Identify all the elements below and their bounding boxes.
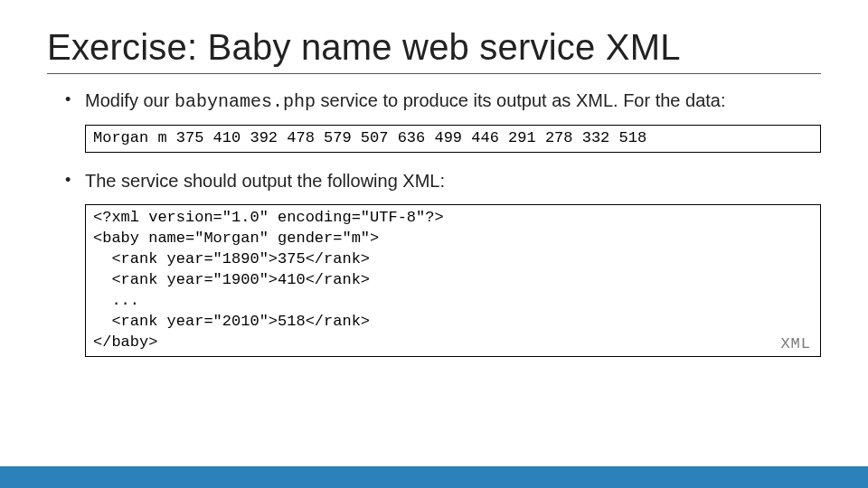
footer-accent-bar [0, 466, 868, 488]
slide: Exercise: Baby name web service XML Modi… [0, 0, 868, 488]
bullet1-post: service to produce its output as XML. Fo… [316, 90, 726, 110]
title-underline [47, 73, 821, 74]
bullet-item-2: The service should output the following … [85, 171, 821, 192]
bullet-item-1: Modify our babynames.php service to prod… [85, 90, 821, 112]
bullet-list-2: The service should output the following … [47, 171, 821, 192]
code-box-xml: <?xml version="1.0" encoding="UTF-8"?> <… [85, 204, 821, 357]
bullet1-mono: babynames.php [175, 91, 316, 112]
code-data-content: Morgan m 375 410 392 478 579 507 636 499… [93, 128, 813, 149]
code-box-data: Morgan m 375 410 392 478 579 507 636 499… [85, 125, 821, 153]
xml-label: XML [780, 335, 811, 352]
bullet-list: Modify our babynames.php service to prod… [47, 90, 821, 112]
bullet1-pre: Modify our [85, 90, 175, 110]
slide-title: Exercise: Baby name web service XML [47, 27, 821, 68]
code-xml-content: <?xml version="1.0" encoding="UTF-8"?> <… [93, 208, 813, 353]
